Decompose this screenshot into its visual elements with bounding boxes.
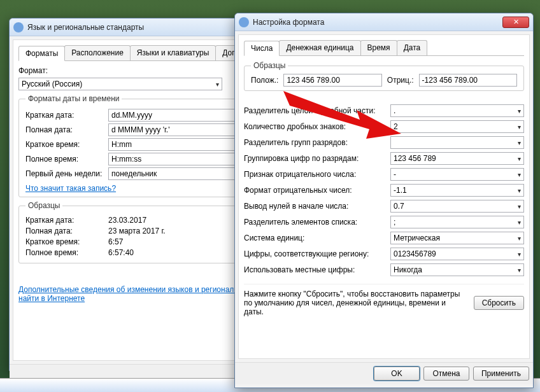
cancel-button[interactable]: Отмена (423, 367, 469, 381)
negative-sample (419, 74, 517, 87)
neg-format-combo[interactable]: -1.1 (390, 184, 524, 197)
tab-formats[interactable]: Форматы (18, 46, 65, 61)
grouping-combo[interactable]: 123 456 789 (390, 152, 524, 165)
positive-sample (283, 74, 381, 87)
long-time-label: Полное время: (25, 155, 108, 164)
leading-zero-label: Вывод нулей в начале числа: (244, 202, 390, 211)
short-date-label: Краткая дата: (25, 111, 108, 120)
globe-icon (13, 22, 24, 32)
native-digits-label: Использовать местные цифры: (244, 265, 390, 274)
neg-sign-label: Признак отрицательного числа: (244, 170, 390, 179)
tab-time[interactable]: Время (360, 40, 397, 55)
format-label: Формат: (18, 66, 114, 75)
measure-sys-label: Система единиц: (244, 234, 390, 242)
neg-format-label: Формат отрицательных чисел: (244, 186, 390, 195)
tab-strip: Числа Денежная единица Время Дата (244, 40, 524, 56)
decimal-sep-combo[interactable]: . (390, 104, 524, 117)
globe-icon (239, 17, 249, 27)
sample-short-time-v: 6:57 (108, 237, 123, 246)
decimal-sep-label: Разделитель целой и дробной части: (244, 106, 390, 115)
native-digits-combo[interactable]: Никогда (390, 263, 524, 276)
tab-location[interactable]: Расположение (64, 45, 131, 60)
list-sep-combo[interactable]: ; (390, 216, 524, 228)
sample-short-time-l: Краткое время: (25, 237, 108, 246)
decimal-digits-combo[interactable]: 2 (390, 120, 524, 133)
notation-help-link[interactable]: Что значит такая запись? (25, 184, 116, 193)
list-sep-label: Разделитель элементов списка: (244, 218, 390, 227)
sample-short-date-l: Краткая дата: (25, 216, 108, 225)
group-sep-combo[interactable] (390, 136, 524, 149)
tab-numbers[interactable]: Числа (244, 41, 280, 56)
sample-long-time-v: 6:57:40 (108, 248, 134, 257)
sample-short-date-v: 23.03.2017 (108, 216, 146, 225)
decimal-digits-label: Количество дробных знаков: (244, 122, 390, 131)
long-date-label: Полная дата: (25, 125, 108, 134)
close-button[interactable]: ✕ (502, 17, 529, 28)
samples-legend: Образцы (25, 201, 62, 210)
reset-hint: Нажмите кнопку "Сбросить", чтобы восстан… (244, 290, 467, 316)
format-combo[interactable]: Русский (Россия) (18, 78, 222, 90)
tab-date[interactable]: Дата (397, 40, 428, 55)
first-day-label: Первый день недели: (25, 169, 108, 178)
samples-legend: Образцы (251, 61, 288, 70)
positive-label: Полож.: (251, 76, 278, 85)
group-sep-label: Разделитель групп разрядов: (244, 138, 390, 147)
tab-keyboards[interactable]: Языки и клавиатуры (130, 45, 216, 60)
reset-button[interactable]: Сбросить (474, 296, 524, 310)
ok-button[interactable]: OK (374, 367, 420, 381)
titlebar[interactable]: Настройка формата ✕ (235, 13, 533, 31)
datetime-legend: Форматы даты и времени (25, 94, 122, 103)
sample-long-date-l: Полная дата: (25, 227, 108, 235)
sample-long-time-l: Полное время: (25, 248, 108, 257)
apply-button[interactable]: Применить (473, 367, 529, 381)
region-digits-combo[interactable]: 0123456789 (390, 248, 524, 260)
measure-sys-combo[interactable]: Метрическая (390, 232, 524, 244)
number-samples-group: Образцы Полож.: Отриц.: (244, 61, 524, 91)
grouping-label: Группировка цифр по разрядам: (244, 154, 390, 163)
leading-zero-combo[interactable]: 0.7 (390, 200, 524, 213)
customize-format-dialog: Настройка формата ✕ Числа Денежная едини… (234, 13, 534, 388)
window-title: Настройка формата (253, 18, 502, 27)
short-time-label: Краткое время: (25, 140, 108, 149)
negative-label: Отриц.: (387, 76, 414, 85)
region-digits-label: Цифры, соответствующие региону: (244, 249, 390, 258)
sample-long-date-v: 23 марта 2017 г. (108, 227, 166, 235)
tab-currency[interactable]: Денежная единица (279, 40, 360, 55)
neg-sign-combo[interactable]: - (390, 168, 524, 181)
